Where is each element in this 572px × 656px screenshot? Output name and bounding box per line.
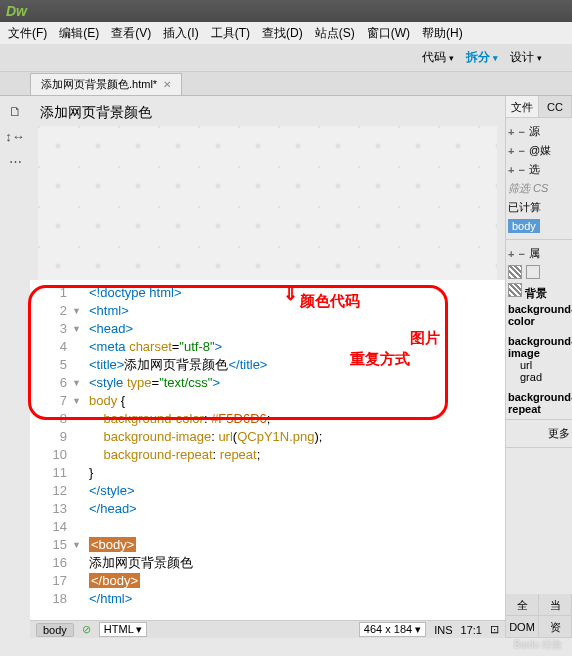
right-panel: 文件 CC + − 源 + − @媒 + − 选 筛选 CS 已计算 body … [506, 96, 572, 638]
rp-tabs: 文件 CC [506, 96, 572, 118]
prop-bgimage[interactable]: background-image [508, 335, 570, 359]
sb-ok-icon[interactable]: ⊘ [82, 623, 91, 636]
left-toolbar: 🗋 ↕↔ ⋯ [0, 96, 30, 638]
code-editor[interactable]: 1 2▼ 3▼ 4 5 6▼ 7▼ 8 9 10 11 12 13 14 15▼… [30, 280, 505, 620]
document-tab[interactable]: 添加网页背景颜色.html* ✕ [30, 73, 182, 95]
preview-text: 添加网页背景颜色 [40, 104, 152, 122]
menu-tools[interactable]: 工具(T) [207, 23, 254, 44]
plus-icon[interactable]: + [508, 126, 514, 138]
rp-tab-res[interactable]: 资 [539, 616, 572, 637]
rp-tab-file[interactable]: 文件 [506, 96, 539, 117]
ruler-icon[interactable]: ↕↔ [5, 129, 25, 144]
rp-sources: + − 源 + − @媒 + − 选 筛选 CS 已计算 body [506, 118, 572, 240]
view-code[interactable]: 代码 [422, 49, 454, 66]
plus-icon[interactable]: + [508, 164, 514, 176]
rp-properties: + − 属 背景 background-color background-ima… [506, 240, 572, 420]
rp-tab-dom[interactable]: DOM [506, 616, 539, 637]
menu-window[interactable]: 窗口(W) [363, 23, 414, 44]
main-area: 🗋 ↕↔ ⋯ 添加网页背景颜色 1 2▼ 3▼ 4 5 6▼ 7▼ 8 9 10… [0, 96, 572, 638]
minus-icon[interactable]: − [518, 126, 524, 138]
prop-bgcolor[interactable]: background-color [508, 303, 570, 327]
sb-dimensions[interactable]: 464 x 184 ▾ [359, 622, 426, 637]
view-design[interactable]: 设计 [510, 49, 542, 66]
plus-icon[interactable]: + [508, 248, 514, 260]
preview-pattern [38, 126, 497, 280]
view-toolbar: 代码 拆分 设计 [0, 44, 572, 72]
plus-icon[interactable]: + [508, 145, 514, 157]
tab-title: 添加网页背景颜色.html* [41, 77, 157, 92]
rp-bottom-tabs: 全 当 [506, 594, 572, 616]
document-tabstrip: 添加网页背景颜色.html* ✕ [0, 72, 572, 96]
minus-icon[interactable]: − [518, 145, 524, 157]
prop-bgrepeat[interactable]: background-repeat [508, 391, 570, 415]
menu-insert[interactable]: 插入(I) [159, 23, 202, 44]
rp-bottom-tabs2: DOM 资 [506, 616, 572, 638]
prop-url[interactable]: url [508, 359, 570, 371]
live-preview[interactable]: 添加网页背景颜色 [30, 96, 505, 280]
watermark: Baidu 经验 [514, 638, 562, 652]
view-split[interactable]: 拆分 [466, 49, 498, 66]
sb-ins[interactable]: INS [434, 624, 452, 636]
gutter: 1 2▼ 3▼ 4 5 6▼ 7▼ 8 9 10 11 12 13 14 15▼… [30, 280, 85, 620]
sb-enc-icon[interactable]: ⊡ [490, 623, 499, 636]
statusbar: body ⊘ HTML ▾ 464 x 184 ▾ INS 17:1 ⊡ [30, 620, 505, 638]
menu-help[interactable]: 帮助(H) [418, 23, 467, 44]
rp-tab-current[interactable]: 当 [539, 594, 572, 615]
swatch-icon[interactable] [508, 265, 522, 279]
sb-tag[interactable]: body [36, 623, 74, 637]
code-content[interactable]: <!doctype html> <html> <head> <meta char… [85, 280, 505, 620]
arrow-icon: ⇓ [283, 283, 298, 305]
rp-tab-cc[interactable]: CC [539, 96, 572, 117]
app-logo: Dw [6, 3, 27, 19]
titlebar: Dw [0, 0, 572, 22]
tab-close-icon[interactable]: ✕ [163, 79, 171, 90]
prop-grad[interactable]: grad [508, 371, 570, 383]
editor-area: 添加网页背景颜色 1 2▼ 3▼ 4 5 6▼ 7▼ 8 9 10 11 12 … [30, 96, 506, 638]
menubar: 文件(F) 编辑(E) 查看(V) 插入(I) 工具(T) 查找(D) 站点(S… [0, 22, 572, 44]
menu-find[interactable]: 查找(D) [258, 23, 307, 44]
minus-icon[interactable]: − [518, 248, 524, 260]
swatch-icon[interactable] [526, 265, 540, 279]
bg-icon [508, 283, 522, 297]
more-icon[interactable]: ⋯ [9, 154, 22, 169]
rp-tab-all[interactable]: 全 [506, 594, 539, 615]
menu-edit[interactable]: 编辑(E) [55, 23, 103, 44]
minus-icon[interactable]: − [518, 164, 524, 176]
menu-site[interactable]: 站点(S) [311, 23, 359, 44]
sb-pos: 17:1 [461, 624, 482, 636]
menu-view[interactable]: 查看(V) [107, 23, 155, 44]
file-icon[interactable]: 🗋 [9, 104, 22, 119]
sb-lang[interactable]: HTML ▾ [99, 622, 148, 637]
selector-body[interactable]: body [508, 219, 540, 233]
menu-file[interactable]: 文件(F) [4, 23, 51, 44]
rp-more[interactable]: 更多 [506, 420, 572, 448]
